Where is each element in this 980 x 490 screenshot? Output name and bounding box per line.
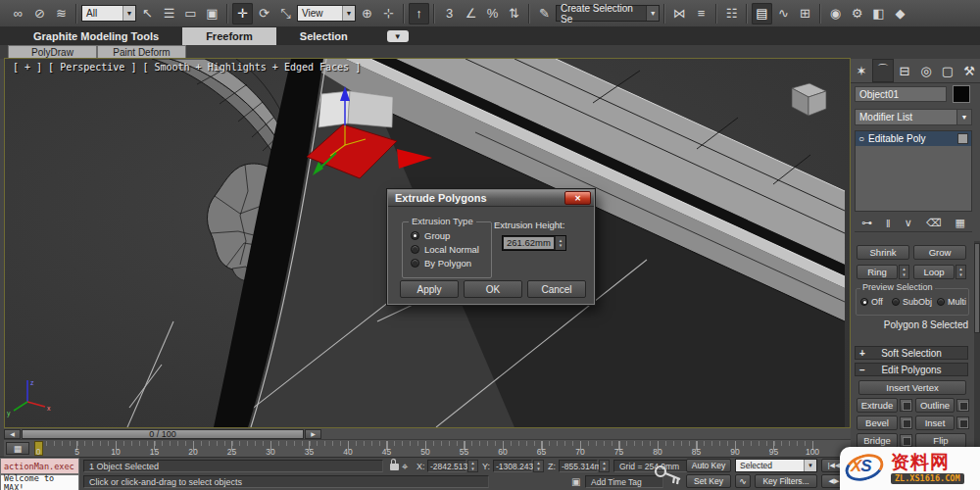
extrude-polygons-dialog[interactable]: Extrude Polygons ✕ Extrusion Type Group … <box>387 189 595 305</box>
next-frame-icon[interactable]: ▶ <box>305 429 321 439</box>
edit-selection-sets-icon[interactable]: ✎ <box>534 3 555 24</box>
outline-settings-icon[interactable] <box>956 399 969 412</box>
set-keys-key-icon[interactable] <box>651 459 684 489</box>
select-and-scale-icon[interactable]: ⤡ <box>275 3 296 24</box>
absolute-mode-icon[interactable]: ⌖ <box>402 461 408 473</box>
extrude-button[interactable]: Extrude <box>857 398 898 413</box>
ribbon-minimize-icon[interactable]: ▼ <box>387 30 409 42</box>
cancel-button[interactable]: Cancel <box>527 280 586 298</box>
radio-icon[interactable] <box>860 298 868 306</box>
maxscript-listener-line2[interactable]: Welcome to MAX! <box>0 474 79 490</box>
motion-tab-icon[interactable]: ◎ <box>915 59 937 82</box>
expand-icon[interactable]: + <box>859 348 865 359</box>
ok-button[interactable]: OK <box>464 280 522 298</box>
scrollbar-thumb[interactable] <box>974 243 980 333</box>
dialog-titlebar[interactable]: Extrude Polygons ✕ <box>388 190 594 207</box>
track-bar[interactable]: ▦ 05101520253035404550556065707580859095… <box>4 439 851 457</box>
unlink-selection-icon[interactable]: ⊘ <box>29 3 50 24</box>
loop-button[interactable]: Loop <box>913 265 955 279</box>
select-and-move-icon[interactable]: ✛ <box>232 3 253 24</box>
z-spinner-icon[interactable] <box>599 460 610 472</box>
material-editor-icon[interactable]: ◉ <box>825 3 846 24</box>
radio-icon[interactable] <box>892 298 900 306</box>
outline-button[interactable]: Outline <box>915 398 955 413</box>
configure-modifier-sets-icon[interactable]: ▦ <box>956 217 965 229</box>
snaps-toggle-icon[interactable]: 3 <box>439 3 460 24</box>
ring-spinner-icon[interactable] <box>899 265 909 279</box>
modify-tab-icon[interactable]: ⌒ <box>872 59 894 82</box>
selection-lock-icon[interactable] <box>390 464 399 470</box>
preview-off-option[interactable]: Off <box>860 297 883 307</box>
utilities-tab-icon[interactable]: ⚒ <box>958 59 980 82</box>
preview-subobj-option[interactable]: SubObj <box>892 297 932 307</box>
ribbon-toggle-icon[interactable]: ▤ <box>752 3 772 24</box>
window-crossing-icon[interactable]: ▣ <box>202 3 222 24</box>
keyboard-override-icon[interactable]: ↑ <box>409 3 429 24</box>
spinner-arrows-icon[interactable] <box>555 236 565 250</box>
prev-frame-icon[interactable]: ◀ <box>4 429 21 439</box>
x-spinner-icon[interactable] <box>467 460 478 472</box>
layer-manager-icon[interactable]: ☷ <box>721 3 742 24</box>
key-filters-button[interactable]: Key Filters... <box>755 474 817 488</box>
radio-group-option[interactable]: Group <box>411 230 450 241</box>
viewport-nav-label[interactable]: [ + ] <box>13 62 42 73</box>
selection-filter-dropdown[interactable]: All▼ <box>81 5 136 22</box>
edit-polygons-rollout[interactable]: −Edit Polygons <box>855 363 968 376</box>
object-name-field[interactable]: Object01 <box>855 86 947 102</box>
use-pivot-center-icon[interactable]: ⊕ <box>357 3 377 24</box>
y-coord-field[interactable]: -1308.243 <box>493 460 532 472</box>
render-production-icon[interactable]: ◆ <box>890 3 910 24</box>
select-and-link-icon[interactable]: ∞ <box>8 3 28 24</box>
grow-button[interactable]: Grow <box>913 245 966 260</box>
show-end-result-icon[interactable]: ‖ <box>886 218 891 229</box>
bevel-button[interactable]: Bevel <box>857 416 898 430</box>
collapse-icon[interactable]: − <box>859 365 865 375</box>
set-key-button[interactable]: Set Key <box>686 474 731 488</box>
rectangular-selection-icon[interactable]: ▭ <box>180 3 201 24</box>
chevron-down-icon[interactable]: ▼ <box>122 6 135 21</box>
pin-stack-icon[interactable]: ⊶ <box>861 217 872 229</box>
auto-key-button[interactable]: Auto Key <box>686 459 731 472</box>
apply-button[interactable]: Apply <box>400 280 459 298</box>
select-by-name-icon[interactable]: ☰ <box>159 3 179 24</box>
select-object-icon[interactable]: ↖ <box>137 3 158 24</box>
chevron-down-icon[interactable]: ▼ <box>342 6 355 21</box>
close-icon[interactable]: ✕ <box>564 191 591 205</box>
reference-coordinate-dropdown[interactable]: View▼ <box>297 5 356 22</box>
bind-to-space-warp-icon[interactable]: ≋ <box>51 3 72 24</box>
extrusion-height-value[interactable]: 261.62mm <box>504 237 554 249</box>
tab-selection[interactable]: Selection <box>276 27 371 45</box>
radio-local-normal-option[interactable]: Local Normal <box>411 244 479 255</box>
named-selection-set-dropdown[interactable]: Create Selection Se▼ <box>556 5 660 22</box>
time-slider[interactable]: ◀ 0 / 100 ▶ <box>4 428 851 439</box>
rendered-frame-icon[interactable]: ◧ <box>868 3 889 24</box>
maxscript-listener-line1[interactable]: actionMan.exec <box>0 458 79 474</box>
inset-settings-icon[interactable] <box>956 416 969 429</box>
inset-button[interactable]: Inset <box>915 416 955 430</box>
chevron-down-icon[interactable]: ▼ <box>956 110 971 124</box>
key-curve-icon[interactable]: ∿ <box>735 474 751 488</box>
modifier-list-dropdown[interactable]: Modifier List ▼ <box>855 109 972 125</box>
object-color-swatch[interactable] <box>953 85 970 103</box>
insert-vertex-button[interactable]: Insert Vertex <box>858 380 966 395</box>
bridge-button[interactable]: Bridge <box>857 433 898 448</box>
mirror-icon[interactable]: ⋈ <box>669 3 690 24</box>
radio-by-polygon-option[interactable]: By Polygon <box>411 258 471 269</box>
key-mode-dropdown[interactable]: Selected ▼ <box>735 459 817 472</box>
select-and-manipulate-icon[interactable]: ⊹ <box>378 3 399 24</box>
y-spinner-icon[interactable] <box>533 460 544 472</box>
viewport-shading-label[interactable]: [ Smooth + Highlights + Edged Faces ] <box>142 62 361 73</box>
soft-selection-rollout[interactable]: +Soft Selection <box>855 346 968 360</box>
schematic-view-icon[interactable]: ⊞ <box>795 3 815 24</box>
percent-snap-icon[interactable]: % <box>482 3 503 24</box>
preview-multi-option[interactable]: Multi <box>937 297 966 307</box>
viewport-label[interactable]: [ + ] [ Perspective ] [ Smooth + Highlig… <box>13 62 361 73</box>
select-and-rotate-icon[interactable]: ⟳ <box>254 3 274 24</box>
keyframe-mode-icon[interactable]: ▦ <box>6 442 29 455</box>
angle-snap-icon[interactable]: ∠ <box>461 3 481 24</box>
bridge-settings-icon[interactable] <box>900 434 912 447</box>
render-setup-icon[interactable]: ⚙ <box>847 3 867 24</box>
display-tab-icon[interactable]: ▢ <box>937 59 958 82</box>
bevel-settings-icon[interactable] <box>900 416 912 429</box>
time-slider-value[interactable]: 0 / 100 <box>22 429 304 439</box>
